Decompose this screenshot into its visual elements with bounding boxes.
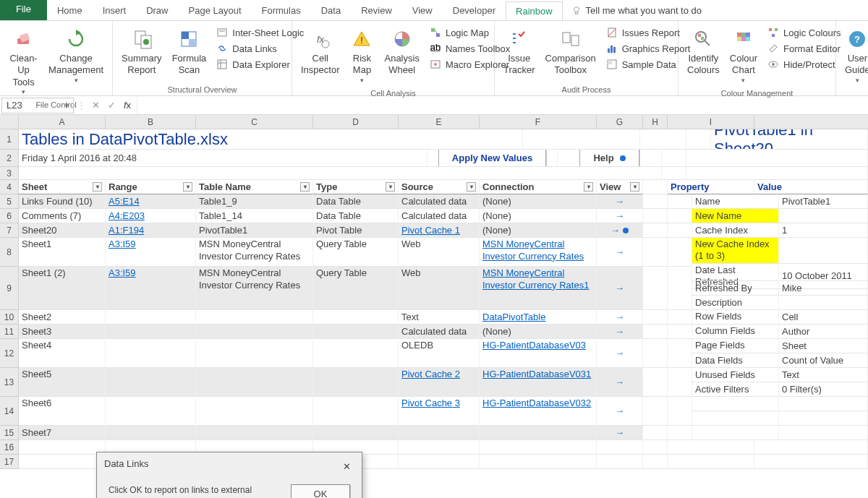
cell-link[interactable]: A4:E203 (109, 210, 145, 221)
col-j[interactable] (754, 115, 868, 129)
row-header[interactable]: 10 (0, 310, 19, 325)
tab-data[interactable]: Data (311, 1, 351, 20)
summary-report-button[interactable]: Summary Report (117, 24, 166, 80)
row-header[interactable]: 17 (0, 455, 19, 469)
value-cell (754, 455, 868, 469)
tell-me[interactable]: Tell me what you want to do (563, 1, 710, 20)
view-arrow-icon[interactable]: → (615, 283, 624, 293)
col-b[interactable]: B (106, 115, 196, 129)
format-editor-button[interactable]: Format Editor (763, 41, 846, 56)
analysis-wheel-button[interactable]: Analysis Wheel (380, 24, 423, 80)
filter-range[interactable]: ▾ (183, 182, 192, 192)
row-header[interactable]: 12 (0, 339, 19, 368)
row-header[interactable]: 8 (0, 238, 19, 267)
row-header[interactable]: 16 (0, 440, 19, 455)
cell-link[interactable]: MSN MoneyCentral Investor Currency Rates… (482, 267, 593, 292)
cell-link[interactable]: HG-PatientDatabaseV032 (482, 398, 591, 410)
view-arrow-icon[interactable]: → (615, 427, 624, 438)
row-3[interactable]: 3 (0, 167, 19, 180)
cell-link[interactable]: A3:I59 (109, 239, 136, 251)
fx-icon[interactable]: fx (121, 99, 134, 112)
tab-rainbow[interactable]: Rainbow (506, 1, 563, 20)
filter-name[interactable]: ▾ (300, 182, 310, 192)
logic-colours-button[interactable]: Logic Colours (763, 25, 846, 40)
cell: Sheet20 (19, 223, 106, 238)
row-2[interactable]: 2 (0, 150, 19, 167)
tab-view[interactable]: View (402, 1, 443, 20)
col-g[interactable]: G (597, 115, 643, 129)
filter-source[interactable]: ▾ (467, 182, 476, 192)
view-arrow-icon[interactable]: → (615, 210, 624, 221)
row-header[interactable]: 14 (0, 397, 19, 426)
col-d[interactable]: D (313, 115, 399, 129)
tab-page-layout[interactable]: Page Layout (179, 1, 252, 20)
row-header[interactable]: 11 (0, 325, 19, 339)
accept-edit-icon[interactable]: ✓ (105, 99, 118, 112)
filter-view[interactable]: ▾ (630, 182, 639, 192)
dialog-ok-button[interactable]: OK (291, 484, 350, 498)
identify-colours-button[interactable]: Identify Colours (683, 24, 724, 80)
user-guide-button[interactable]: ?User Guide▾ (841, 24, 868, 87)
cell-link[interactable]: Pivot Cache 3 (401, 398, 460, 410)
view-arrow-icon[interactable]: → (615, 377, 624, 387)
hide-protect-button[interactable]: Hide/Protect (763, 57, 846, 72)
row-1[interactable]: 1 (0, 129, 19, 150)
dialog-close-icon[interactable]: ✕ (339, 458, 354, 474)
cleanup-tools-button[interactable]: Clean-Up Tools▾ (4, 24, 43, 99)
view-arrow-icon[interactable]: → (610, 225, 620, 236)
view-arrow-icon[interactable]: → (615, 246, 624, 257)
col-i[interactable]: I (668, 115, 754, 129)
view-arrow-icon[interactable]: → (615, 196, 624, 207)
col-c[interactable]: C (196, 115, 313, 129)
cell-link[interactable]: A5:E14 (109, 196, 140, 207)
cancel-edit-icon[interactable]: ✕ (89, 99, 102, 112)
view-arrow-icon[interactable]: → (615, 326, 624, 337)
help-button[interactable]: Help (579, 150, 639, 167)
cell-link[interactable]: DataPivotTable (482, 312, 545, 322)
row-header[interactable]: 9 (0, 267, 19, 310)
view-arrow-icon[interactable]: → (615, 405, 624, 416)
name-box[interactable]: L23▾ (1, 98, 74, 113)
view-arrow-icon[interactable]: → (615, 312, 624, 322)
risk-map-button[interactable]: !Risk Map▾ (345, 24, 378, 87)
tab-insert[interactable]: Insert (93, 1, 137, 20)
colour-chart-button[interactable]: Colour Chart▾ (726, 24, 762, 87)
cell-link[interactable]: Pivot Cache 2 (401, 369, 460, 381)
change-management-button[interactable]: Change Management▾ (44, 24, 108, 87)
apply-new-values-button[interactable]: Apply New Values (438, 150, 546, 167)
formula-input[interactable] (137, 96, 867, 114)
row-header[interactable]: 6 (0, 209, 19, 223)
tab-file[interactable]: File (0, 0, 47, 20)
cell-link[interactable]: HG-PatientDatabaseV031 (482, 369, 591, 381)
row-header[interactable]: 15 (0, 426, 19, 440)
cell-link[interactable]: MSN MoneyCentral Investor Currency Rates (482, 239, 593, 263)
cell (313, 310, 399, 325)
filter-sheet[interactable]: ▾ (93, 182, 102, 192)
cell-link[interactable]: A3:I59 (109, 267, 136, 280)
issue-tracker-button[interactable]: Issue Tracker (499, 24, 540, 80)
cell-link[interactable]: HG-PatientDatabaseV03 (482, 340, 586, 352)
col-h[interactable]: H (643, 115, 668, 129)
row-header[interactable]: 7 (0, 223, 19, 238)
tab-review[interactable]: Review (351, 1, 402, 20)
tab-draw[interactable]: Draw (136, 1, 178, 20)
cell-link[interactable]: Pivot Cache 1 (401, 225, 460, 236)
filter-conn[interactable]: ▾ (584, 182, 593, 192)
row-4[interactable]: 4 (0, 180, 19, 194)
svg-rect-44 (746, 33, 750, 37)
col-a[interactable]: A (19, 115, 106, 129)
cell-link[interactable]: A1:F194 (109, 225, 144, 236)
tab-developer[interactable]: Developer (443, 1, 506, 20)
col-e[interactable]: E (399, 115, 480, 129)
row-header[interactable]: 13 (0, 368, 19, 397)
tab-formulas[interactable]: Formulas (252, 1, 311, 20)
row-header[interactable]: 5 (0, 194, 19, 209)
col-f[interactable]: F (480, 115, 597, 129)
filter-type[interactable]: ▾ (386, 182, 395, 192)
comparison-toolbox-button[interactable]: Comparison Toolbox (541, 24, 600, 80)
formula-scan-button[interactable]: Formula Scan (168, 24, 211, 80)
select-all[interactable] (0, 115, 19, 129)
view-arrow-icon[interactable]: → (615, 348, 624, 359)
cell-inspector-button[interactable]: fxCell Inspector (297, 24, 344, 80)
tab-home[interactable]: Home (47, 1, 93, 20)
